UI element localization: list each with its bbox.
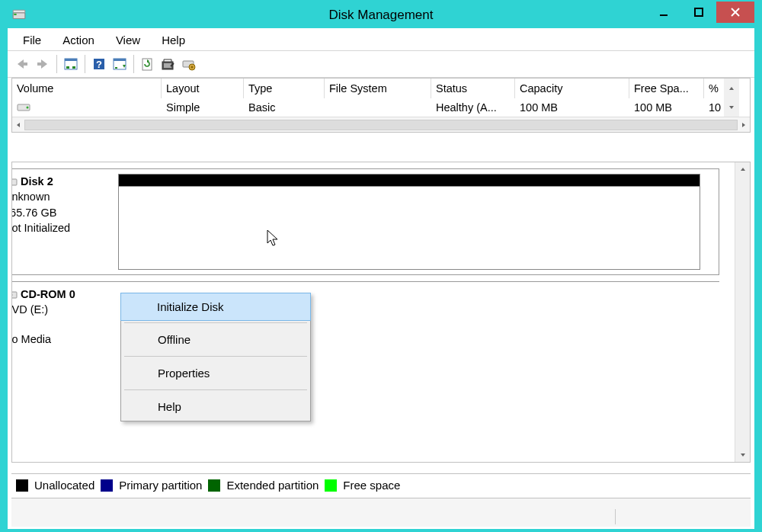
maximize-button[interactable] bbox=[681, 2, 716, 23]
svg-rect-12 bbox=[72, 66, 75, 69]
svg-rect-7 bbox=[24, 62, 27, 66]
menu-view[interactable]: View bbox=[108, 32, 148, 48]
cell-capacity: 100 MB bbox=[515, 98, 629, 117]
col-filesystem[interactable]: File System bbox=[325, 79, 431, 98]
ctx-offline[interactable]: Offline bbox=[121, 325, 310, 354]
toolbar: ? bbox=[8, 51, 754, 78]
volume-icon bbox=[17, 102, 30, 113]
app-icon bbox=[12, 8, 26, 22]
svg-point-23 bbox=[191, 66, 194, 69]
forward-button[interactable] bbox=[33, 54, 53, 74]
settings-button[interactable] bbox=[158, 54, 178, 74]
col-status[interactable]: Status bbox=[431, 79, 515, 98]
scroll-up-icon[interactable] bbox=[724, 79, 739, 98]
separator bbox=[124, 356, 307, 357]
cell-filesystem bbox=[325, 98, 431, 117]
svg-rect-17 bbox=[115, 67, 117, 69]
svg-rect-2 bbox=[13, 10, 25, 12]
v-scrollbar[interactable] bbox=[735, 162, 750, 462]
scroll-down-icon[interactable] bbox=[735, 451, 750, 459]
legend-extended-swatch bbox=[208, 479, 220, 492]
disk-settings-button[interactable] bbox=[179, 54, 199, 74]
cell-pct: 10 bbox=[704, 98, 724, 117]
window-title: Disk Management bbox=[328, 8, 433, 23]
cdrom-name: CD-ROM 0 bbox=[21, 288, 75, 300]
separator bbox=[56, 55, 57, 73]
cell-layout: Simple bbox=[162, 98, 244, 117]
scroll-down-icon[interactable] bbox=[724, 98, 739, 117]
legend-extended: Extended partition bbox=[226, 479, 319, 492]
svg-point-25 bbox=[27, 107, 29, 109]
ctx-help[interactable]: Help bbox=[121, 393, 310, 421]
unallocated-bar bbox=[119, 175, 700, 187]
cdrom-icon bbox=[11, 290, 18, 300]
unallocated-space[interactable] bbox=[119, 187, 700, 269]
col-capacity[interactable]: Capacity bbox=[515, 79, 629, 98]
context-menu: Initialize Disk Offline Properties Help bbox=[120, 293, 311, 421]
legend-primary-swatch bbox=[101, 479, 113, 492]
cdrom-drive: DVD (E:) bbox=[11, 302, 106, 317]
disk-2-name: Disk 2 bbox=[21, 175, 53, 187]
window: Disk Management File Action View Help ? … bbox=[7, 1, 755, 530]
svg-rect-8 bbox=[37, 62, 41, 66]
volume-row[interactable]: Simple Basic Healthy (A... 100 MB 100 MB… bbox=[12, 98, 750, 117]
col-type[interactable]: Type bbox=[244, 79, 325, 98]
back-button[interactable] bbox=[12, 54, 32, 74]
legend-unallocated: Unallocated bbox=[34, 479, 94, 492]
cdrom-row[interactable]: CD-ROM 0 DVD (E:) No Media bbox=[11, 281, 719, 388]
separator bbox=[124, 322, 307, 323]
ctx-initialize-disk[interactable]: Initialize Disk bbox=[120, 293, 311, 321]
scroll-right-icon[interactable] bbox=[740, 121, 748, 129]
volume-list: Volume Layout Type File System Status Ca… bbox=[11, 78, 751, 133]
col-volume[interactable]: Volume bbox=[12, 79, 162, 98]
svg-rect-4 bbox=[695, 8, 703, 16]
h-scrollbar[interactable] bbox=[12, 117, 750, 132]
ctx-properties[interactable]: Properties bbox=[121, 359, 310, 387]
scrollbar-thumb[interactable] bbox=[24, 120, 738, 130]
svg-rect-26 bbox=[11, 179, 17, 185]
svg-rect-20 bbox=[164, 63, 171, 68]
separator bbox=[85, 55, 85, 73]
menu-file[interactable]: File bbox=[15, 32, 49, 48]
svg-rect-10 bbox=[65, 59, 77, 61]
close-button[interactable] bbox=[716, 2, 754, 23]
svg-rect-1 bbox=[14, 13, 16, 14]
col-layout[interactable]: Layout bbox=[162, 79, 244, 98]
help-button[interactable]: ? bbox=[89, 54, 109, 74]
statusbar bbox=[11, 498, 751, 527]
cdrom-info: CD-ROM 0 DVD (E:) No Media bbox=[11, 282, 112, 351]
cell-freespace: 100 MB bbox=[629, 98, 704, 117]
disk-2-size: 465.76 GB bbox=[11, 205, 106, 220]
cell-status: Healthy (A... bbox=[431, 98, 515, 117]
scroll-up-icon[interactable] bbox=[735, 162, 750, 173]
legend-free-swatch bbox=[325, 479, 337, 492]
minimize-button[interactable] bbox=[646, 2, 681, 23]
menu-action[interactable]: Action bbox=[55, 32, 102, 48]
volume-header-row: Volume Layout Type File System Status Ca… bbox=[12, 79, 750, 98]
legend-free: Free space bbox=[343, 479, 400, 492]
refresh-button[interactable] bbox=[138, 54, 158, 74]
separator bbox=[124, 389, 307, 390]
window-buttons bbox=[646, 2, 754, 23]
titlebar[interactable]: Disk Management bbox=[8, 2, 754, 28]
show-hide-tree-button[interactable] bbox=[61, 54, 81, 74]
disk-2-row[interactable]: Disk 2 Unknown 465.76 GB Not Initialized bbox=[11, 168, 719, 275]
svg-rect-16 bbox=[114, 59, 126, 61]
svg-text:?: ? bbox=[96, 59, 102, 70]
action-list-button[interactable] bbox=[110, 54, 130, 74]
legend-primary: Primary partition bbox=[119, 479, 202, 492]
svg-rect-11 bbox=[66, 66, 69, 69]
disk-2-info: Disk 2 Unknown 465.76 GB Not Initialized bbox=[11, 169, 112, 240]
scroll-left-icon[interactable] bbox=[14, 121, 22, 129]
disk-2-status: Not Initialized bbox=[11, 220, 106, 236]
cell-type: Basic bbox=[244, 98, 325, 117]
col-pct[interactable]: % bbox=[704, 79, 724, 98]
legend: Unallocated Primary partition Extended p… bbox=[11, 473, 751, 496]
cdrom-status: No Media bbox=[11, 332, 106, 347]
menu-help[interactable]: Help bbox=[154, 32, 193, 48]
col-freespace[interactable]: Free Spa... bbox=[629, 79, 704, 98]
legend-unallocated-swatch bbox=[16, 479, 28, 492]
cell-volume bbox=[12, 98, 162, 117]
disk-2-partition-area[interactable] bbox=[118, 174, 700, 270]
menubar: File Action View Help bbox=[8, 28, 754, 51]
